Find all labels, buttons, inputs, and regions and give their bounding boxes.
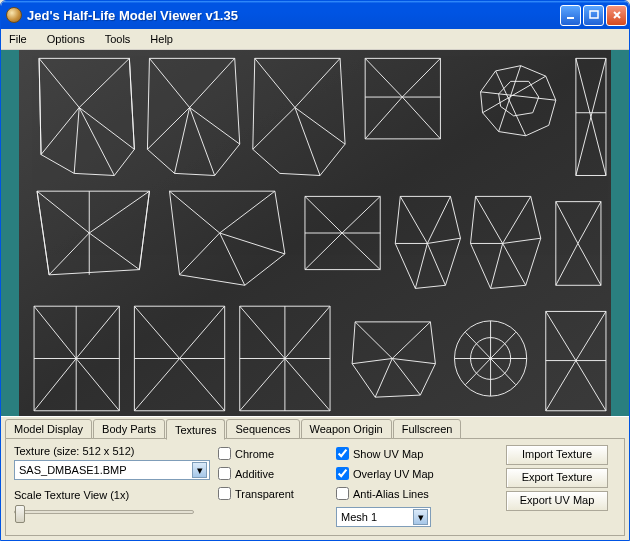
tab-sequences[interactable]: Sequences <box>226 419 299 439</box>
menubar: File Options Tools Help <box>1 29 629 50</box>
overlay-uv-checkbox[interactable] <box>336 467 349 480</box>
window-title: Jed's Half-Life Model Viewer v1.35 <box>27 8 560 23</box>
textures-panel: Texture (size: 512 x 512) SAS_DMBASE1.BM… <box>5 438 625 536</box>
show-uv-label: Show UV Map <box>353 448 423 460</box>
aa-lines-label: Anti-Alias Lines <box>353 488 429 500</box>
menu-help[interactable]: Help <box>146 31 177 47</box>
chevron-down-icon: ▾ <box>192 462 207 478</box>
app-icon <box>6 7 22 23</box>
additive-label: Additive <box>235 468 274 480</box>
bottom-panel: Model Display Body Parts Textures Sequen… <box>1 416 629 540</box>
menu-tools[interactable]: Tools <box>101 31 135 47</box>
transparent-label: Transparent <box>235 488 294 500</box>
menu-file[interactable]: File <box>5 31 31 47</box>
tab-bar: Model Display Body Parts Textures Sequen… <box>5 419 625 439</box>
export-uv-button[interactable]: Export UV Map <box>506 491 608 511</box>
close-button[interactable] <box>606 5 627 26</box>
import-texture-button[interactable]: Import Texture <box>506 445 608 465</box>
svg-rect-1 <box>590 11 598 18</box>
tab-body-parts[interactable]: Body Parts <box>93 419 165 439</box>
minimize-button[interactable] <box>560 5 581 26</box>
show-uv-checkbox[interactable] <box>336 447 349 460</box>
mesh-dropdown-value: Mesh 1 <box>341 511 377 523</box>
additive-checkbox[interactable] <box>218 467 231 480</box>
menu-options[interactable]: Options <box>43 31 89 47</box>
titlebar[interactable]: Jed's Half-Life Model Viewer v1.35 <box>1 1 629 29</box>
texture-size-label: Texture (size: 512 x 512) <box>14 445 210 457</box>
transparent-checkbox[interactable] <box>218 487 231 500</box>
scale-slider[interactable] <box>14 504 194 514</box>
viewport[interactable] <box>1 50 629 416</box>
slider-thumb[interactable] <box>15 505 25 523</box>
export-texture-button[interactable]: Export Texture <box>506 468 608 488</box>
tab-model-display[interactable]: Model Display <box>5 419 92 439</box>
maximize-button[interactable] <box>583 5 604 26</box>
texture-dropdown-value: SAS_DMBASE1.BMP <box>19 464 127 476</box>
mesh-dropdown[interactable]: Mesh 1 ▾ <box>336 507 431 527</box>
aa-lines-checkbox[interactable] <box>336 487 349 500</box>
texture-viewport[interactable] <box>19 50 611 416</box>
tab-weapon-origin[interactable]: Weapon Origin <box>301 419 392 439</box>
app-window: Jed's Half-Life Model Viewer v1.35 File … <box>0 0 630 541</box>
overlay-uv-label: Overlay UV Map <box>353 468 434 480</box>
chrome-checkbox[interactable] <box>218 447 231 460</box>
chevron-down-icon: ▾ <box>413 509 428 525</box>
tab-textures[interactable]: Textures <box>166 419 226 440</box>
texture-dropdown[interactable]: SAS_DMBASE1.BMP ▾ <box>14 460 210 480</box>
tab-fullscreen[interactable]: Fullscreen <box>393 419 462 439</box>
scale-label: Scale Texture View (1x) <box>14 489 210 501</box>
svg-rect-0 <box>567 17 574 19</box>
chrome-label: Chrome <box>235 448 274 460</box>
